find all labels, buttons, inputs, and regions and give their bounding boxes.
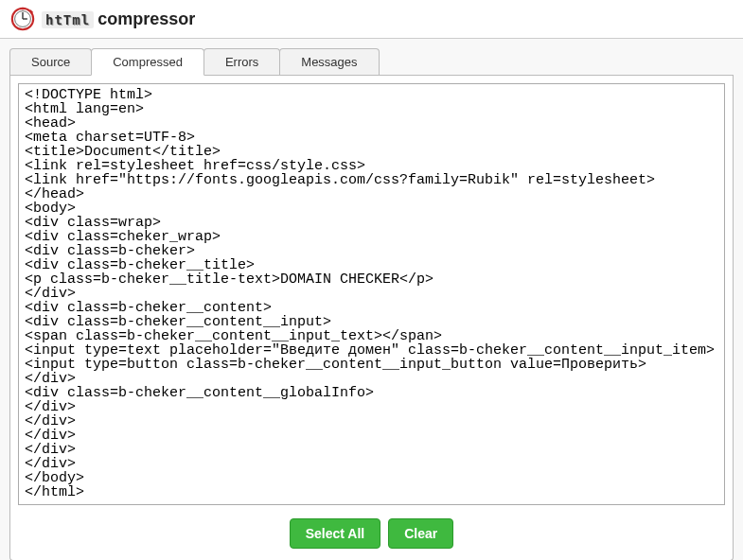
- compressed-output[interactable]: <!DOCTYPE html> <html lang=en> <head> <m…: [18, 83, 725, 505]
- tab-compressed[interactable]: Compressed: [91, 48, 204, 76]
- logo-html-label: htTml: [42, 11, 94, 28]
- app-logo: htTml compressor: [9, 6, 734, 32]
- tab-messages[interactable]: Messages: [279, 48, 379, 75]
- tab-panel: <!DOCTYPE html> <html lang=en> <head> <m…: [9, 76, 734, 560]
- clock-icon: [9, 6, 36, 32]
- tab-errors[interactable]: Errors: [203, 48, 280, 75]
- logo-text: htTml compressor: [42, 9, 195, 29]
- main-content: Source Compressed Errors Messages <!DOCT…: [0, 39, 743, 560]
- select-all-button[interactable]: Select All: [290, 518, 381, 549]
- logo-compressor-label: compressor: [97, 9, 195, 29]
- tabs-bar: Source Compressed Errors Messages: [9, 48, 734, 76]
- tab-source[interactable]: Source: [9, 48, 92, 75]
- button-row: Select All Clear: [18, 509, 725, 552]
- clear-button[interactable]: Clear: [388, 518, 453, 549]
- app-header: htTml compressor: [0, 0, 743, 39]
